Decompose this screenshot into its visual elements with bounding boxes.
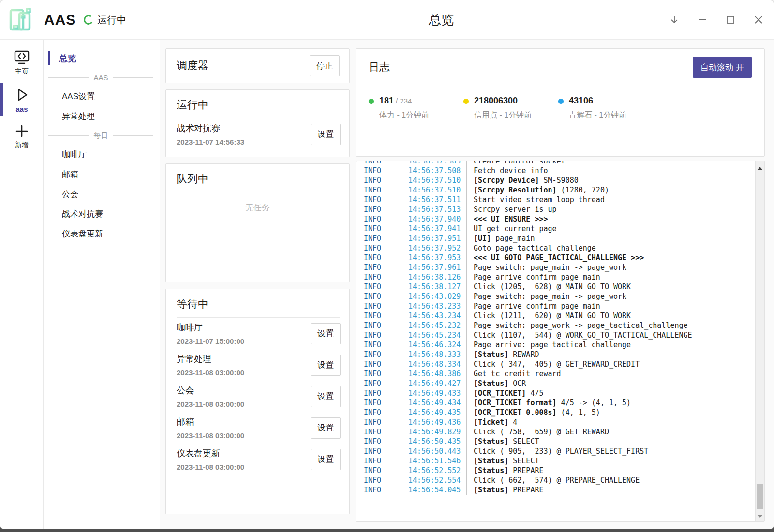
title-bar: AAS 运行中 总览 bbox=[0, 0, 774, 39]
log-time: 14:56:50.435 bbox=[408, 437, 461, 446]
log-level: INFO bbox=[364, 195, 408, 205]
nav-item-label: aas bbox=[15, 105, 28, 113]
log-header-card: 日志 自动滚动 开 181/ 234体力 - 1分钟前218006300信用点 … bbox=[356, 48, 765, 157]
log-time: 14:56:37.510 bbox=[408, 185, 461, 195]
log-message: Fetch device info bbox=[466, 166, 548, 176]
stat-label: 信用点 - 1分钟前 bbox=[474, 110, 532, 120]
sidebar-item-仪表盘更新[interactable]: 仪表盘更新 bbox=[44, 224, 160, 244]
divider bbox=[369, 84, 752, 84]
task-settings-button[interactable]: 设置 bbox=[311, 417, 341, 439]
log-level: INFO bbox=[364, 359, 408, 369]
sidebar-item-咖啡厅[interactable]: 咖啡厅 bbox=[44, 145, 160, 164]
task-settings-button[interactable]: 设置 bbox=[311, 323, 341, 344]
stat-text: 43106青辉石 - 1分钟前 bbox=[569, 96, 626, 120]
log-time: 14:56:48.333 bbox=[408, 350, 461, 359]
log-message: Scrcpy server is up bbox=[466, 205, 557, 214]
sidebar-item-邮箱[interactable]: 邮箱 bbox=[44, 164, 160, 184]
scroll-up-arrow-icon[interactable] bbox=[757, 167, 763, 170]
task-settings-button[interactable]: 设置 bbox=[311, 355, 341, 376]
sidebar-item-异常处理[interactable]: 异常处理 bbox=[44, 106, 160, 126]
log-line: INFO14:56:37.510[Scrcpy Resolution] (128… bbox=[364, 185, 754, 195]
waiting-task-time: 2023-11-08 03:00:00 bbox=[177, 463, 244, 471]
scrollbar-thumb[interactable] bbox=[757, 484, 763, 509]
stat-total: / 234 bbox=[396, 97, 412, 105]
task-settings-button[interactable]: 设置 bbox=[311, 449, 341, 470]
task-settings-button[interactable]: 设置 bbox=[311, 386, 341, 407]
log-level: INFO bbox=[364, 214, 408, 224]
log-level: INFO bbox=[364, 379, 408, 388]
log-time: 14:56:48.386 bbox=[408, 369, 461, 379]
nav-item-new[interactable]: 新增 bbox=[0, 118, 43, 155]
log-time: 14:56:54.045 bbox=[408, 485, 461, 495]
sidebar-item-label: AAS设置 bbox=[62, 91, 95, 102]
log-line: INFO14:56:38.127Click (1205, 628) @ MAIN… bbox=[364, 282, 754, 292]
task-info: 异常处理2023-11-08 03:00:00 bbox=[177, 353, 244, 377]
log-scrollbar[interactable] bbox=[755, 161, 764, 521]
log-column: 日志 自动滚动 开 181/ 234体力 - 1分钟前218006300信用点 … bbox=[356, 48, 765, 522]
log-time: 14:56:49.435 bbox=[408, 408, 461, 417]
log-message: Click (1205, 628) @ MAIN_GO_TO_WORK bbox=[466, 282, 631, 292]
close-button[interactable] bbox=[752, 14, 765, 26]
log-time: 14:56:38.127 bbox=[408, 282, 461, 292]
maximize-button[interactable] bbox=[724, 14, 737, 26]
task-settings-button[interactable]: 设置 bbox=[311, 124, 341, 145]
log-level: INFO bbox=[364, 408, 408, 417]
sidebar-item-总览[interactable]: 总览 bbox=[44, 48, 160, 68]
log-line: INFO14:56:51.546[Status] SELECT bbox=[364, 456, 754, 466]
log-console[interactable]: INFO14:56:37.505Create control socketINF… bbox=[356, 161, 765, 522]
log-time: 14:56:37.513 bbox=[408, 205, 461, 214]
log-level: INFO bbox=[364, 292, 408, 301]
waiting-task-time: 2023-11-07 15:00:00 bbox=[177, 337, 244, 345]
main-area: 调度器 停止 运行中 战术对抗赛 2023-11-07 14:56:33 设置 bbox=[160, 40, 774, 529]
waiting-task-row: 咖啡厅2023-11-07 15:00:00设置 bbox=[166, 318, 349, 349]
stat-label: 体力 - 1分钟前 bbox=[379, 110, 429, 120]
log-time: 14:56:51.546 bbox=[408, 456, 461, 466]
log-time: 14:56:37.952 bbox=[408, 243, 461, 253]
log-level: INFO bbox=[364, 282, 408, 292]
stat-value-line: 181/ 234 bbox=[379, 96, 429, 106]
log-line: INFO14:56:49.829Click ( 758, 659) @ GET_… bbox=[364, 427, 754, 437]
log-line: INFO14:56:37.510[Scrcpy Device] SM-S9080 bbox=[364, 176, 754, 185]
stat-text: 181/ 234体力 - 1分钟前 bbox=[379, 96, 429, 120]
log-time: 14:56:37.941 bbox=[408, 224, 461, 234]
log-message: Page switch: page_main -> page_work bbox=[466, 292, 626, 301]
nav-item-home[interactable]: 主页 bbox=[0, 44, 43, 81]
nav-item-label: 主页 bbox=[15, 67, 29, 76]
sidebar-item-label: 总览 bbox=[59, 53, 76, 64]
log-time: 14:56:37.511 bbox=[408, 195, 461, 205]
window-controls bbox=[668, 0, 765, 39]
log-message: UI get current page bbox=[466, 224, 557, 234]
log-line: INFO14:56:45.232Page switch: page_work -… bbox=[364, 321, 754, 330]
sidebar-item-战术对抗赛[interactable]: 战术对抗赛 bbox=[44, 204, 160, 224]
log-time: 14:56:37.961 bbox=[408, 263, 461, 272]
autoscroll-toggle-button[interactable]: 自动滚动 开 bbox=[693, 57, 752, 78]
log-level: INFO bbox=[364, 485, 408, 495]
log-time: 14:56:37.940 bbox=[408, 214, 461, 224]
sidebar-item-公会[interactable]: 公会 bbox=[44, 184, 160, 204]
log-line: INFO14:56:46.324Page arrive: page_tactic… bbox=[364, 340, 754, 350]
log-message: Page arrive confirm page_main bbox=[466, 272, 600, 282]
sidebar-item-AAS设置[interactable]: AAS设置 bbox=[44, 87, 160, 106]
code-monitor-icon bbox=[14, 50, 30, 65]
nav-item-aas[interactable]: aas bbox=[0, 81, 43, 118]
stop-button[interactable]: 停止 bbox=[310, 55, 340, 76]
log-message: Page arrive confirm page_main bbox=[466, 301, 600, 311]
log-time: 14:56:46.324 bbox=[408, 340, 461, 350]
log-line: INFO14:56:37.953<<< UI GOTO PAGE_TACTICA… bbox=[364, 253, 754, 263]
minimize-button[interactable] bbox=[696, 14, 709, 26]
stat-value: 181 bbox=[379, 96, 394, 105]
log-time: 14:56:37.508 bbox=[408, 166, 461, 176]
waiting-task-name: 公会 bbox=[177, 384, 244, 396]
log-line: INFO14:56:49.434[OCR_TICKET format] 4/5 … bbox=[364, 398, 754, 408]
scroll-down-arrow-icon[interactable] bbox=[757, 515, 763, 518]
log-level: INFO bbox=[364, 161, 408, 166]
log-line: INFO14:56:49.435[OCR_TICKET 0.008s] (4, … bbox=[364, 408, 754, 417]
waiting-task-time: 2023-11-08 03:00:00 bbox=[177, 400, 244, 408]
stat-dot-icon bbox=[463, 99, 469, 104]
log-level: INFO bbox=[364, 417, 408, 427]
log-line: INFO14:56:37.511Start video stream loop … bbox=[364, 195, 754, 205]
log-line: INFO14:56:49.427[Status] OCR bbox=[364, 379, 754, 388]
log-level: INFO bbox=[364, 185, 408, 195]
download-update-button[interactable] bbox=[668, 14, 681, 26]
scheduler-card: 调度器 停止 bbox=[165, 48, 350, 83]
